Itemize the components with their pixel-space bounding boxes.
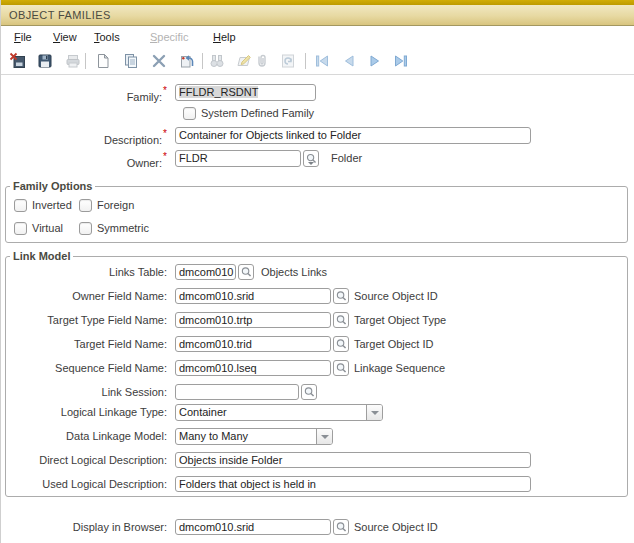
display-in-browser-lookup-button[interactable] [333,519,349,535]
links-table-description: Objects Links [261,264,327,281]
magnifier-icon [335,290,348,302]
direct-logical-description-input[interactable]: Objects inside Folder [175,452,531,468]
owner-lookup-button[interactable] [303,150,319,167]
symmetric-label: Symmetric [97,221,149,236]
owner-field-lookup-button[interactable] [333,288,349,304]
dropdown-arrow-icon [321,435,329,439]
inverted-checkbox[interactable] [14,199,27,212]
target-field-name-input[interactable]: dmcom010.trid [175,336,331,352]
description-input[interactable]: Container for Objects linked to Folder [175,127,531,144]
exit-button[interactable] [8,51,28,71]
magnifier-icon [335,362,348,374]
links-table-lookup-button[interactable] [238,264,254,280]
find-button[interactable] [207,51,227,71]
sequence-field-name-input[interactable]: dmcom010.lseq [175,360,331,376]
delete-icon [150,52,168,70]
foreign-checkbox[interactable] [79,199,92,212]
last-record-button[interactable] [391,51,411,71]
revert-icon [178,52,196,70]
owner-label: Owner:* [1,150,167,172]
target-field-name-label: Target Field Name: [1,336,167,353]
menu-specific[interactable]: Specific [150,27,189,47]
system-defined-family-label: System Defined Family [201,106,314,121]
required-marker: * [163,151,167,162]
delete-button[interactable] [149,51,169,71]
new-button[interactable] [93,51,113,71]
required-marker: * [163,128,167,139]
magnifier-icon [303,386,316,398]
magnifier-icon [240,266,253,278]
display-in-browser-label: Display in Browser: [1,519,167,536]
link-session-lookup-button[interactable] [301,384,317,400]
target-type-field-name-input[interactable]: dmcom010.trtp [175,312,331,328]
toolbar-separator [305,53,306,69]
magnifier-icon [335,314,348,326]
print-button[interactable] [63,51,83,71]
dropdown-arrow-icon [371,411,379,415]
owner-input[interactable]: FLDR [175,150,301,167]
refresh-button[interactable] [278,51,298,71]
family-input[interactable]: FFLDR_RSDNT [175,84,316,101]
dropdown-button[interactable] [366,405,382,420]
owner-field-description: Source Object ID [354,288,438,305]
revert-button[interactable] [177,51,197,71]
link-session-input[interactable] [175,384,299,400]
attachment-button[interactable] [252,51,272,71]
links-table-label: Links Table: [1,264,167,281]
target-field-lookup-button[interactable] [333,336,349,352]
dropdown-arrow-icon [308,162,314,165]
system-defined-family-checkbox[interactable] [183,107,196,120]
sequence-field-description: Linkage Sequence [354,360,445,377]
previous-record-button[interactable] [339,51,359,71]
next-record-button[interactable] [365,51,385,71]
virtual-label: Virtual [32,221,63,236]
links-table-input[interactable]: dmcom010 [175,264,236,280]
menu-bar: File View Tools Specific Help [1,27,634,47]
refresh-icon [279,52,297,70]
direct-logical-description-label: Direct Logical Description: [1,452,167,469]
description-label: Description:* [1,127,167,149]
required-marker: * [163,85,167,96]
data-linkage-model-select[interactable]: Many to Many [175,428,333,445]
toolbar-separator [202,53,203,69]
object-families-window: OBJECT FAMILIES File View Tools Specific… [0,0,634,543]
family-label: Family:* [1,84,167,106]
used-logical-description-label: Used Logical Description: [1,476,167,493]
display-in-browser-input[interactable]: dmcom010.srid [175,519,331,535]
new-document-icon [94,52,112,70]
owner-field-name-input[interactable]: dmcom010.srid [175,288,331,304]
symmetric-checkbox[interactable] [79,222,92,235]
exit-icon [9,52,27,70]
page-title: OBJECT FAMILIES [9,5,111,25]
previous-record-icon [340,52,358,70]
data-linkage-model-label: Data Linkage Model: [1,428,167,445]
first-record-button[interactable] [312,51,332,71]
virtual-checkbox[interactable] [14,222,27,235]
sequence-field-lookup-button[interactable] [333,360,349,376]
used-logical-description-input[interactable]: Folders that object is held in [175,476,531,492]
menu-file[interactable]: File [14,27,32,47]
find-binoculars-icon [208,52,226,70]
edit-note-icon [235,52,253,70]
menu-view[interactable]: View [53,27,77,47]
display-in-browser-description: Source Object ID [354,519,438,536]
save-icon [36,52,54,70]
dropdown-button[interactable] [316,429,332,444]
owner-field-name-label: Owner Field Name: [1,288,167,305]
next-record-icon [366,52,384,70]
save-button[interactable] [35,51,55,71]
last-record-icon [392,52,410,70]
target-field-description: Target Object ID [354,336,433,353]
menu-help[interactable]: Help [213,27,236,47]
copy-button[interactable] [121,51,141,71]
title-bar: OBJECT FAMILIES [1,5,634,26]
target-type-field-lookup-button[interactable] [333,312,349,328]
menu-tools[interactable]: Tools [94,27,120,47]
logical-linkage-type-select[interactable]: Container [175,404,383,421]
edit-button[interactable] [234,51,254,71]
copy-icon [122,52,140,70]
link-model-title: Link Model [10,249,73,263]
toolbar-separator [85,53,86,69]
print-icon [64,52,82,70]
logical-linkage-type-label: Logical Linkage Type: [1,404,167,421]
